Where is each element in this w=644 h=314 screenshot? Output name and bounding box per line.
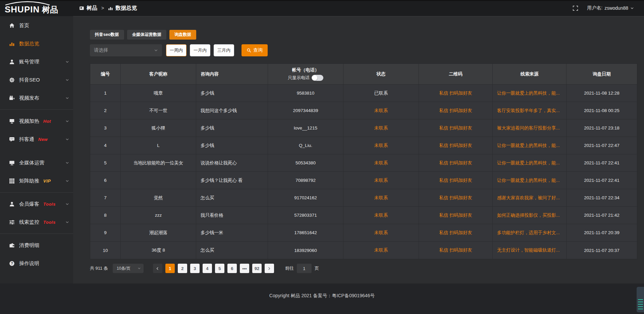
- cell-source[interactable]: 让你一眼就爱上的黑科技，能...: [493, 85, 567, 102]
- main-content: 抖音seo数据全媒体运营数据询盘数据 请选择 一周内一月内三月内 查询 编号客户…: [73, 16, 644, 283]
- column-header-source: 线索来源: [493, 64, 567, 85]
- table-header-row: 编号客户昵称咨询内容帐号（电话）只显示电话状态二维码线索来源询盘日期: [90, 64, 637, 85]
- cell-status: 未联系: [343, 137, 419, 154]
- cell-qrcode[interactable]: 私信 扫码加好友: [419, 154, 493, 172]
- sidebar-item-omnimedia-operation[interactable]: 全媒体运营: [0, 154, 73, 172]
- cell-source[interactable]: 被大家追着问的客厅投影分享...: [493, 119, 567, 137]
- breadcrumb-item-data-overview[interactable]: 数据总览: [108, 5, 137, 12]
- table-body: 1哦章多少钱9583810已联系私信 扫码加好友让你一眼就爱上的黑科技，能...…: [90, 85, 637, 259]
- sidebar-item-consumption-detail[interactable]: 消费明细: [0, 236, 73, 254]
- user-menu[interactable]: 用户名: zswodun88: [587, 5, 634, 11]
- sidebar-item-member-baoke[interactable]: 会员爆客Tools: [0, 195, 73, 213]
- tab-douyin-seo-data[interactable]: 抖音seo数据: [90, 30, 124, 40]
- page-button-1[interactable]: 1: [165, 264, 175, 273]
- table-row: 8zzz我只看价格572803371未联系私信 扫码加好友如何正确选择投影仪，买…: [90, 207, 637, 224]
- range-button-one-week[interactable]: 一周内: [166, 44, 186, 56]
- cell-nickname: zzz: [121, 207, 196, 224]
- sidebar-item-operation-guide[interactable]: ?操作说明: [0, 254, 73, 272]
- chevron-down-icon: [65, 179, 69, 183]
- sidebar-item-data-overview[interactable]: 数据总览: [0, 35, 73, 53]
- per-page-select[interactable]: 10条/页: [113, 264, 144, 273]
- total-count-label: 共 911 条: [90, 265, 108, 271]
- page-button-6[interactable]: 6: [227, 264, 237, 273]
- sidebar-item-label: 会员爆客: [19, 201, 39, 207]
- prev-page-button[interactable]: [153, 264, 162, 273]
- cell-source[interactable]: 如何正确选择投影仪，买投影...: [493, 207, 567, 224]
- cell-source[interactable]: 让你一眼就爱上的黑科技，能...: [493, 137, 567, 154]
- cell-content: 说说价格让我死心: [196, 154, 268, 172]
- page-button-4[interactable]: 4: [203, 264, 212, 273]
- cell-source[interactable]: 客厅安装投影半年多了，真实...: [493, 102, 567, 119]
- sidebar-divider: [0, 192, 73, 193]
- member-icon: [9, 201, 15, 207]
- cell-source[interactable]: 多功能护栏灯，适用于乡村文...: [493, 224, 567, 242]
- cell-qrcode[interactable]: 私信 扫码加好友: [419, 224, 493, 242]
- sidebar-item-home[interactable]: 首页: [0, 16, 73, 35]
- sidebar-item-douketong[interactable]: 抖客通New: [0, 130, 73, 148]
- cell-content: 多少钱？让我死心 看: [196, 172, 268, 189]
- cell-source[interactable]: 让你一眼就爱上的黑科技，能...: [493, 172, 567, 189]
- cell-account: 572803371: [268, 207, 343, 224]
- cell-qrcode[interactable]: 私信 扫码加好友: [419, 172, 493, 189]
- cell-content: 多少钱: [196, 85, 268, 102]
- cell-status: 未联系: [343, 172, 419, 189]
- range-button-three-months[interactable]: 三月内: [214, 44, 234, 56]
- cell-status: 未联系: [343, 154, 419, 172]
- sidebar-item-video-publish[interactable]: 视频发布: [0, 89, 73, 107]
- cell-qrcode[interactable]: 私信 扫码加好友: [419, 102, 493, 119]
- cell-id: 10: [90, 242, 121, 259]
- account-select[interactable]: 请选择: [90, 44, 162, 56]
- cell-qrcode[interactable]: 私信 扫码加好友: [419, 85, 493, 102]
- breadcrumb-item-shupin[interactable]: 树品: [79, 5, 97, 12]
- tab-inquiry-data[interactable]: 询盘数据: [169, 30, 196, 40]
- sidebar-item-account-management[interactable]: 账号管理: [0, 53, 73, 71]
- tab-omnimedia-data[interactable]: 全媒体运营数据: [127, 30, 167, 40]
- cell-account: 70898792: [268, 172, 343, 189]
- sidebar-item-badge: Tools: [43, 220, 56, 225]
- cell-account: 917024162: [268, 189, 343, 207]
- sidebar-item-douyin-seo[interactable]: 抖音SEO: [0, 71, 73, 89]
- cell-qrcode[interactable]: 私信 扫码加好友: [419, 189, 493, 207]
- sidebar-item-label: 消费明细: [19, 242, 39, 249]
- sidebar-item-lead-monitor[interactable]: 线索监控Tools: [0, 213, 73, 231]
- cell-qrcode[interactable]: 私信 扫码加好友: [419, 242, 493, 259]
- goto-page-input[interactable]: [297, 264, 312, 273]
- range-button-one-month[interactable]: 一月内: [190, 44, 210, 56]
- cell-source[interactable]: 无主灯设计，智能磁吸轨道灯...: [493, 242, 567, 259]
- monitor-icon: [9, 160, 15, 166]
- page-button-92[interactable]: 92: [252, 264, 262, 273]
- page-button-3[interactable]: 3: [190, 264, 200, 273]
- phone-toggle-label: 只显示电话: [288, 75, 310, 81]
- sidebar-item-label: 视频加热: [19, 118, 39, 124]
- page-button-5[interactable]: 5: [215, 264, 224, 273]
- sidebar-item-label: 抖音SEO: [19, 77, 40, 83]
- sidebar-item-matrix-boost[interactable]: 矩阵助推VIP: [0, 172, 73, 190]
- cell-qrcode[interactable]: 私信 扫码加好友: [419, 137, 493, 154]
- cell-qrcode[interactable]: 私信 扫码加好友: [419, 119, 493, 137]
- column-header-id: 编号: [90, 64, 121, 85]
- sliders-icon: [9, 219, 15, 225]
- cell-qrcode[interactable]: 私信 扫码加好友: [419, 207, 493, 224]
- next-page-button[interactable]: [265, 264, 274, 273]
- query-button[interactable]: 查询: [241, 44, 268, 56]
- cell-nickname: 觉然: [121, 189, 196, 207]
- phone-toggle-row: 只显示电话: [288, 75, 323, 81]
- cell-status: 未联系: [343, 224, 419, 242]
- cell-id: 7: [90, 189, 121, 207]
- cell-source[interactable]: 让你一眼就爱上的黑科技，能...: [493, 154, 567, 172]
- home-icon: [9, 23, 15, 29]
- sidebar-divider: [0, 109, 73, 110]
- phone-toggle-switch[interactable]: [312, 75, 323, 81]
- grid-icon: [9, 178, 15, 184]
- sidebar-item-video-heat[interactable]: 视频加热Hot: [0, 112, 73, 130]
- chevron-down-icon: [65, 119, 69, 123]
- cell-source[interactable]: 感谢大家喜欢我家，被问了好...: [493, 189, 567, 207]
- cell-account: Q_Liu.: [268, 137, 343, 154]
- chevron-down-icon: [65, 60, 69, 64]
- fullscreen-icon[interactable]: [573, 5, 578, 11]
- breadcrumb-label: 树品: [87, 5, 97, 12]
- floating-widget[interactable]: [637, 287, 644, 312]
- page-number-list: 123456•••92: [165, 264, 265, 273]
- page-button-2[interactable]: 2: [178, 264, 187, 273]
- page-more-button[interactable]: •••: [240, 264, 249, 273]
